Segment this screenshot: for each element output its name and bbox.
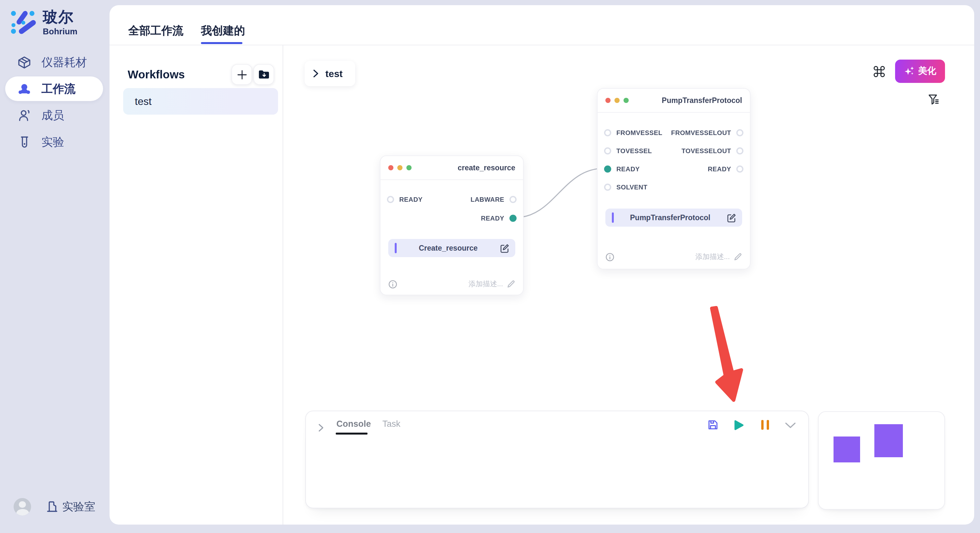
node-pump-transfer-protocol[interactable]: PumpTransferProtocol FROMVESSEL TOVESSEL… [597,88,751,270]
beautify-label: 美化 [918,65,936,77]
node-footer: 添加描述... [388,279,515,289]
tab-all-workflows[interactable]: 全部工作流 [128,23,183,38]
save-icon[interactable] [707,419,719,431]
minimap-node [834,436,860,462]
node-title: PumpTransferProtocol [662,97,742,104]
node-dot-green-icon[interactable] [406,165,412,170]
console-tab-underline [336,433,368,434]
node-footer: 添加描述... [605,252,742,262]
workflows-panel-title: Workflows [128,68,185,82]
port-handle-connected[interactable] [509,215,517,222]
sidebar-item-label: 实验 [41,134,64,150]
description-placeholder[interactable]: 添加描述... [469,279,503,289]
port-handle[interactable] [604,129,611,136]
step-label: Create_resource [397,244,500,252]
console-expand-chevron-icon[interactable] [318,424,324,432]
sidebar-item-workflow[interactable]: 工作流 [5,76,103,101]
connection-edge [515,168,603,217]
task-tab[interactable]: Task [382,419,401,429]
main-content: 全部工作流 我创建的 Workflows test [110,5,974,525]
tabs-divider [110,45,974,45]
pencil-icon[interactable] [507,280,515,288]
chevron-right-icon [313,69,319,78]
add-workflow-button[interactable] [231,64,252,85]
node-header: create_resource [380,156,523,180]
info-icon[interactable] [388,279,397,289]
info-icon[interactable] [605,252,614,261]
output-port-ready[interactable]: READY [481,215,517,222]
brand-name: 玻尔 [43,10,78,25]
minimap[interactable] [818,411,945,510]
port-handle[interactable] [736,129,743,136]
bohrium-logo-icon [10,10,36,36]
console-panel: Console Task [305,411,809,508]
pencil-icon[interactable] [734,252,742,261]
node-title: create_resource [458,164,515,171]
node-dot-red-icon[interactable] [605,98,611,103]
port-handle[interactable] [509,196,517,203]
port-handle[interactable] [736,148,743,154]
red-arrow-annotation [712,308,741,400]
edit-icon[interactable] [500,243,509,253]
output-port-ready[interactable]: READY [708,165,743,173]
folder-download-icon [258,69,270,80]
step-pill[interactable]: Create_resource [388,239,515,257]
sidebar-item-experiments[interactable]: 实验 [5,130,103,154]
beautify-button[interactable]: 美化 [895,60,945,83]
lab-switcher[interactable]: 实验室 [46,499,95,514]
app-root: 玻尔 Bohrium 仪器耗材 工作流 [0,0,980,533]
panel-divider [283,45,283,525]
pause-icon[interactable] [761,420,769,430]
workflow-people-icon [18,82,31,95]
input-port-fromvessel[interactable]: FROMVESSEL [604,129,662,136]
sidebar-item-label: 工作流 [41,81,75,97]
workflow-list-item[interactable]: test [123,88,278,115]
console-tab[interactable]: Console [336,419,371,429]
sidebar-item-members[interactable]: 成员 [5,103,103,128]
brand-logo: 玻尔 Bohrium [10,10,108,42]
lab-label: 实验室 [62,499,95,514]
step-label: PumpTransferProtocol [614,214,727,222]
minimap-node [874,424,903,457]
sidebar-footer: 实验室 [14,496,108,517]
plus-icon [236,69,247,80]
breadcrumb-chip[interactable]: test [305,61,355,86]
run-icon[interactable] [734,420,744,431]
box-icon [18,56,31,69]
output-port-fromvesselout[interactable]: FROMVESSELOUT [671,129,743,136]
input-port-ready[interactable]: READY [387,196,423,203]
member-icon [18,108,31,122]
avatar[interactable] [14,498,31,515]
output-port-labware[interactable]: LABWARE [471,196,517,203]
node-create-resource[interactable]: create_resource READY LABWARE READY Crea… [380,155,524,295]
filter-icon[interactable] [928,94,940,106]
node-header: PumpTransferProtocol [598,89,750,113]
workflow-item-name: test [135,95,152,107]
description-placeholder[interactable]: 添加描述... [695,252,730,262]
import-folder-button[interactable] [253,64,274,85]
test-tube-icon [18,135,31,149]
port-handle[interactable] [387,196,394,203]
port-handle[interactable] [604,148,611,154]
node-dot-red-icon[interactable] [388,165,393,170]
breadcrumb-label: test [325,68,342,79]
node-dot-green-icon[interactable] [624,98,629,103]
input-port-solvent[interactable]: SOLVENT [604,184,648,191]
node-dot-yellow-icon[interactable] [397,165,402,170]
command-grid-icon[interactable] [873,65,885,78]
sidebar-item-label: 仪器耗材 [41,54,87,70]
input-port-tovessel[interactable]: TOVESSEL [604,148,652,154]
port-handle[interactable] [604,184,611,191]
edit-icon[interactable] [727,213,736,222]
node-dot-yellow-icon[interactable] [614,98,620,103]
input-port-ready[interactable]: READY [604,165,640,173]
collapse-chevron-icon[interactable] [785,422,796,429]
port-handle[interactable] [736,165,743,173]
step-pill[interactable]: PumpTransferProtocol [605,209,742,227]
sidebar-item-instruments[interactable]: 仪器耗材 [5,50,103,75]
building-icon [46,500,58,513]
output-port-tovesselout[interactable]: TOVESSELOUT [681,148,743,154]
tab-my-created[interactable]: 我创建的 [201,23,245,38]
port-handle-connected[interactable] [604,165,611,173]
sparkles-icon [904,66,914,76]
